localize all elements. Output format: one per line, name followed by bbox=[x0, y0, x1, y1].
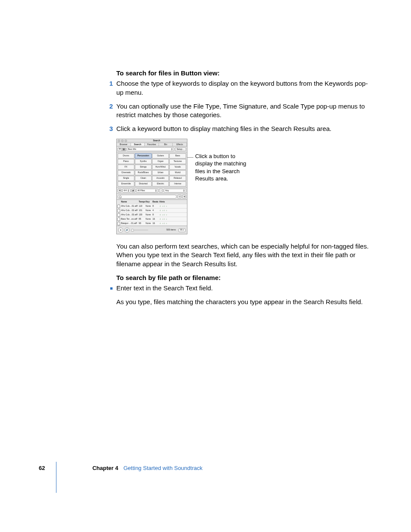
search-text-field[interactable] bbox=[118, 195, 177, 199]
view-toggle[interactable]: ☰ ▦ bbox=[118, 148, 126, 151]
keyword-button[interactable]: Intense bbox=[169, 181, 186, 187]
table-row[interactable]: Afro Cub…01.aiff110None8♫ ♪♫ ♪ bbox=[117, 204, 187, 208]
keywords-toolbar: ☰ ▦ Best Mix Setup… bbox=[117, 146, 187, 152]
cell-key: None bbox=[145, 214, 152, 216]
keyword-button[interactable]: Textures bbox=[169, 159, 186, 164]
cell-tempo: 110 bbox=[138, 205, 145, 208]
keyword-button[interactable]: Guitars bbox=[152, 153, 169, 159]
keyword-button[interactable]: Urban bbox=[152, 170, 169, 175]
cell-tempo: 90 bbox=[138, 222, 145, 225]
section-heading-1: To search for files in Button view: bbox=[116, 69, 370, 78]
keyword-button[interactable]: FX bbox=[118, 165, 134, 170]
keyword-button[interactable]: Percussion bbox=[135, 153, 152, 159]
page-number: 62 bbox=[39, 464, 45, 472]
filter-row: ⊞ 4/4 ⇄ All Files ♪ Any bbox=[117, 187, 187, 193]
scale-toggle[interactable]: ♪ bbox=[159, 189, 163, 193]
cell-key: None bbox=[145, 222, 152, 225]
paragraph: As you type, files matching the characte… bbox=[116, 298, 370, 306]
keyword-button[interactable]: Horn/Wind bbox=[152, 165, 169, 170]
cell-key: None bbox=[145, 205, 152, 208]
table-row[interactable]: Afro Cub…03.aiff130None8♫ ♪♫ ♪ bbox=[117, 213, 187, 217]
match-mode-button[interactable]: ⊞ bbox=[118, 189, 121, 193]
file-icon bbox=[117, 213, 121, 217]
filetype-label: All Files bbox=[137, 190, 145, 192]
keyword-button[interactable]: Clean bbox=[135, 176, 152, 181]
tab-favorites[interactable]: Favorites bbox=[145, 143, 159, 146]
tab-bin[interactable]: Bin bbox=[159, 143, 173, 146]
filetype-toggle[interactable]: ⇄ bbox=[131, 189, 135, 193]
tab-row: Browser Search Favorites Bin Effects bbox=[117, 143, 187, 147]
timesig-popup[interactable]: 4/4 bbox=[122, 189, 131, 193]
scale-popup[interactable]: Any bbox=[164, 189, 186, 193]
timesig-label: 4/4 bbox=[124, 190, 127, 192]
filetype-popup[interactable]: All Files bbox=[136, 189, 159, 193]
table-row[interactable]: Afro Cub…02.aiff101None4♫ ♪♫ ♪ bbox=[117, 208, 187, 213]
cell-name: Afro Cub…01.aiff bbox=[121, 205, 138, 208]
keyword-button[interactable]: Vocals bbox=[169, 165, 186, 170]
popup-updown-icon bbox=[128, 190, 129, 192]
step-number: 3 bbox=[105, 124, 116, 133]
keyword-button[interactable]: World bbox=[169, 170, 186, 175]
tab-browser[interactable]: Browser bbox=[117, 143, 131, 146]
popup-updown-icon bbox=[171, 148, 173, 150]
tab-effects[interactable]: Effects bbox=[173, 143, 187, 146]
keyword-button[interactable]: Cinematic bbox=[118, 170, 134, 175]
chevron-down-icon bbox=[182, 230, 184, 230]
popup-updown-icon bbox=[155, 190, 157, 192]
play-button[interactable] bbox=[118, 227, 123, 233]
results-table: Name Tempo Key Beats Hints Afro Cub…01.a… bbox=[117, 199, 187, 226]
cell-name: Afro Cub…03.aiff bbox=[121, 214, 138, 216]
button-view-icon[interactable]: ▦ bbox=[122, 148, 125, 151]
search-row: ⊙ ⊕ bbox=[117, 193, 187, 199]
tab-search[interactable]: Search bbox=[131, 143, 145, 146]
bullet-text: Enter text in the Search Text field. bbox=[116, 284, 213, 292]
cell-beats: 16 bbox=[152, 222, 159, 225]
keyword-button[interactable]: Acoustic bbox=[152, 176, 169, 181]
col-name[interactable]: Name bbox=[121, 201, 138, 203]
keyword-button[interactable]: Rock/Blues bbox=[135, 170, 152, 175]
chapter-label: Chapter 4 bbox=[92, 464, 118, 472]
col-key[interactable]: Key bbox=[145, 201, 152, 203]
action-menu[interactable]: ⚙ bbox=[178, 228, 186, 232]
col-hints[interactable]: Hints bbox=[159, 201, 171, 203]
gear-icon: ⚙ bbox=[180, 229, 182, 231]
scale-label: Any bbox=[165, 190, 169, 192]
col-tempo[interactable]: Tempo bbox=[138, 201, 145, 203]
search-icon bbox=[119, 196, 121, 198]
callout-leader bbox=[187, 157, 193, 158]
section-heading-2: To search by file path or filename: bbox=[116, 274, 370, 282]
setup-button[interactable]: Setup… bbox=[175, 147, 186, 151]
table-row[interactable]: Batajon …01.aiff90None16♫ ♪♫ ♪ bbox=[117, 221, 187, 226]
keywords-popup-label: Best Mix bbox=[128, 148, 136, 151]
add-button[interactable]: ⊕ bbox=[182, 195, 186, 199]
keywords-popup[interactable]: Best Mix bbox=[127, 147, 174, 151]
traffic-lights bbox=[118, 140, 127, 142]
keyword-button[interactable]: Single bbox=[118, 176, 134, 181]
table-row[interactable]: Bass Ter…es.aiff85None16♫ ♪♫ ♪ bbox=[117, 217, 187, 221]
step-text: Click a keyword button to display matchi… bbox=[116, 124, 370, 133]
col-beats[interactable]: Beats bbox=[152, 201, 159, 203]
window-footer: 🔊 505 items ⚙ bbox=[117, 226, 187, 234]
nearby-button[interactable]: ⊙ bbox=[177, 195, 181, 199]
keyword-button[interactable]: Bass bbox=[169, 153, 186, 159]
keyword-button[interactable]: Piano bbox=[118, 159, 134, 164]
volume-slider[interactable] bbox=[131, 230, 148, 230]
keyword-button[interactable]: Drums bbox=[118, 153, 134, 159]
page-footer: 62 Chapter 4 Getting Started with Soundt… bbox=[39, 464, 371, 472]
file-icon bbox=[117, 222, 121, 225]
keyword-button[interactable]: Organ bbox=[152, 159, 169, 164]
keyword-button[interactable]: Electric bbox=[152, 181, 169, 187]
keyword-button[interactable]: Ensemble bbox=[118, 181, 134, 187]
cell-hints: ♫ ♪♫ ♪ bbox=[159, 209, 171, 212]
keyword-button[interactable]: Distorted bbox=[135, 181, 152, 187]
cell-hints: ♫ ♪♫ ♪ bbox=[159, 222, 171, 225]
keyword-button[interactable]: Synths bbox=[135, 159, 152, 164]
figure: Search Browser Search Favorites Bin Effe… bbox=[116, 139, 370, 235]
keyword-button[interactable]: Strings bbox=[135, 165, 152, 170]
column-view-icon[interactable]: ☰ bbox=[118, 148, 122, 151]
loop-button[interactable]: 🔊 bbox=[125, 227, 130, 233]
keyword-button[interactable]: Relaxed bbox=[169, 176, 186, 181]
cell-beats: 4 bbox=[152, 209, 159, 212]
cell-key: None bbox=[145, 218, 152, 221]
step-3: 3 Click a keyword button to display matc… bbox=[116, 124, 370, 133]
